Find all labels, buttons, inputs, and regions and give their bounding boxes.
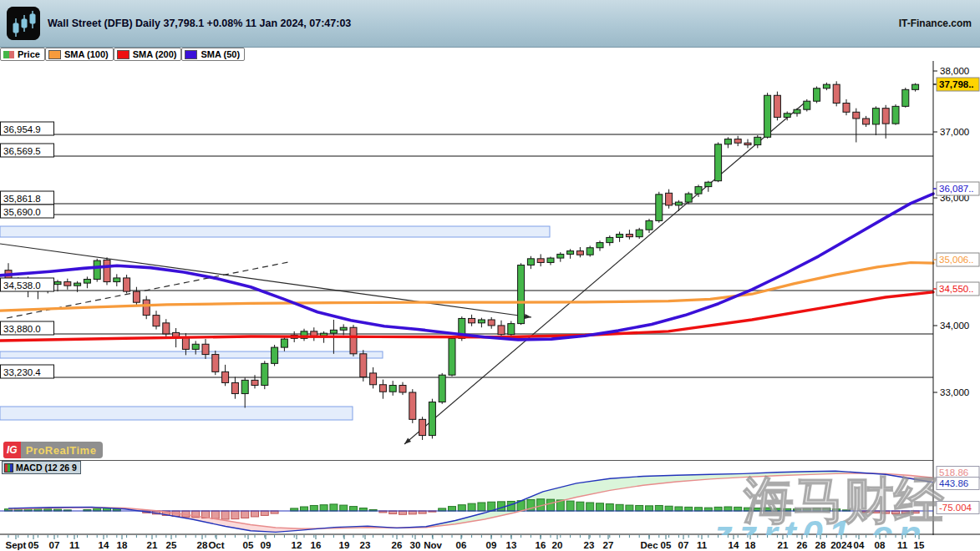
candle-down xyxy=(212,355,219,372)
macd-histogram-bar xyxy=(320,505,328,511)
date-label: 19 xyxy=(339,540,350,550)
candle-down xyxy=(231,382,238,393)
candle-up xyxy=(646,220,652,230)
macd-histogram-bar xyxy=(350,507,358,511)
candle-down xyxy=(379,385,386,392)
candle-down xyxy=(64,282,71,286)
ig-logo: IG xyxy=(3,442,21,458)
candle-up xyxy=(685,194,692,202)
candle-down xyxy=(104,260,110,281)
candle-down xyxy=(163,323,170,334)
date-label: 20 xyxy=(552,540,563,550)
candle-down xyxy=(853,112,860,119)
candle-down xyxy=(537,259,544,263)
candle-up xyxy=(902,89,909,106)
prorealtime-logo-text: ProRealTime xyxy=(26,444,97,457)
date-label: 28 xyxy=(197,540,208,550)
candle-down xyxy=(774,95,780,117)
candle-up xyxy=(262,363,268,385)
candle-down xyxy=(399,386,406,392)
sr-label: 36,954.9 xyxy=(3,124,41,134)
candle-up xyxy=(567,251,574,255)
support-zone xyxy=(0,407,353,420)
legend-chip-price[interactable]: Price xyxy=(0,48,45,61)
macd-histogram-bar xyxy=(646,506,653,511)
candle-up xyxy=(892,106,899,124)
price-marker-label: 35,006.. xyxy=(939,255,974,265)
date-label: 2024 xyxy=(830,540,852,550)
candle-up xyxy=(272,347,278,363)
candle-up xyxy=(872,109,879,124)
candle-up xyxy=(84,279,90,283)
macd-histogram-bar xyxy=(241,511,249,518)
macd-histogram-bar xyxy=(724,507,732,511)
date-label: 21 xyxy=(147,540,158,550)
date-label: 09 xyxy=(486,540,497,550)
date-label: 27 xyxy=(603,540,614,550)
candle-up xyxy=(557,254,564,258)
date-label: 26 xyxy=(392,540,403,550)
candle-down xyxy=(409,392,416,419)
macd-histogram-bar xyxy=(675,507,683,511)
macd-histogram-bar xyxy=(231,511,239,519)
sr-label: 35,861.8 xyxy=(3,194,41,204)
app-logo-icon xyxy=(7,7,40,40)
candle-up xyxy=(695,187,702,194)
macd-histogram-bar xyxy=(597,503,604,511)
macd-histogram-bar xyxy=(606,504,613,511)
candle-up xyxy=(114,278,120,282)
price-chart-canvas[interactable]: 海马财经zzrt01.cn36,954.936,569.535,861.835,… xyxy=(0,61,980,551)
legend-chip-sma50[interactable]: SMA (50) xyxy=(181,48,245,61)
macd-histogram-bar xyxy=(507,501,515,511)
date-label: 06 xyxy=(456,540,467,550)
macd-histogram-bar xyxy=(685,507,693,511)
date-label: Dec xyxy=(640,540,658,550)
candle-down xyxy=(576,251,583,255)
candle-down xyxy=(863,119,870,124)
candle-down xyxy=(350,327,357,354)
candle-up xyxy=(814,88,820,101)
candle-down xyxy=(202,344,209,354)
macd-histogram-bar xyxy=(616,504,623,511)
candle-up xyxy=(675,202,682,205)
candle-up xyxy=(330,330,337,333)
candle-up xyxy=(281,339,287,347)
legend-chip-macd[interactable]: MACD (12 26 9 xyxy=(2,461,81,474)
date-label: 05 xyxy=(243,540,254,550)
sr-label: 33,230.4 xyxy=(3,367,41,377)
macd-icon xyxy=(4,463,13,473)
candle-up xyxy=(764,95,771,137)
macd-histogram-bar xyxy=(695,508,703,511)
sr-label: 35,690.0 xyxy=(3,207,41,217)
candle-down xyxy=(419,419,426,435)
macd-histogram-bar xyxy=(734,507,742,511)
macd-value-label: 443.86 xyxy=(939,478,968,488)
macd-histogram-bar xyxy=(340,505,348,511)
candle-down xyxy=(143,300,150,315)
candle-down xyxy=(626,235,632,237)
macd-histogram-bar xyxy=(211,511,219,518)
date-label: 11 xyxy=(897,540,908,550)
candle-up xyxy=(74,283,81,286)
candle-up xyxy=(656,195,663,221)
date-label: 11 xyxy=(697,540,708,550)
candle-down xyxy=(182,338,189,350)
candle-up xyxy=(586,248,593,255)
legend-chip-sma100[interactable]: SMA (100) xyxy=(45,48,114,61)
date-label: 14 xyxy=(729,540,739,550)
candle-down xyxy=(133,291,140,302)
date-label: 30 xyxy=(410,540,421,550)
candle-down xyxy=(153,316,160,326)
candle-up xyxy=(192,344,199,349)
price-marker-label: 36,087.. xyxy=(939,184,974,194)
date-label: 18 xyxy=(117,540,128,550)
legend-chip-sma200[interactable]: SMA (200) xyxy=(114,48,182,61)
candle-down xyxy=(360,354,367,377)
candle-down xyxy=(222,372,229,382)
macd-histogram-bar xyxy=(498,502,505,511)
date-label: 08 xyxy=(875,540,886,550)
candle-up xyxy=(715,144,722,181)
candle-up xyxy=(429,402,435,436)
candle-up xyxy=(754,137,761,144)
chart-area[interactable]: 海马财经zzrt01.cn36,954.936,569.535,861.835,… xyxy=(0,61,980,551)
